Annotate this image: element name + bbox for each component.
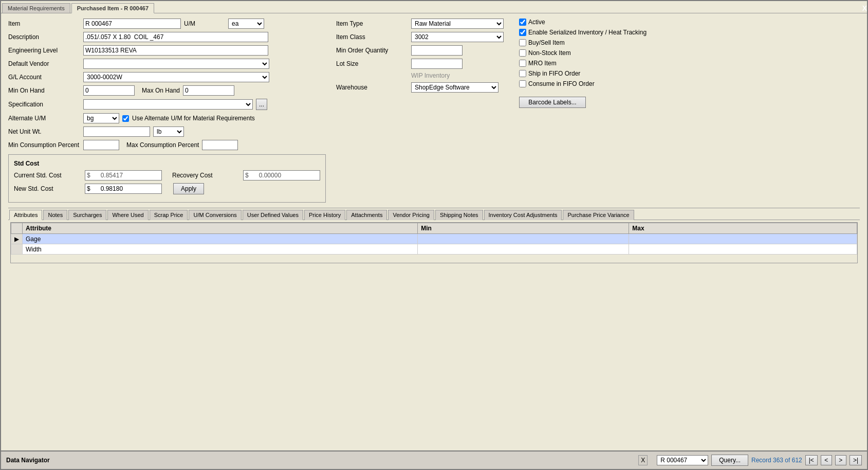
tab-material-requirements[interactable]: Material Requirements xyxy=(2,3,70,13)
tab-user-defined[interactable]: User Defined Values xyxy=(243,210,303,220)
use-alternate-checkbox[interactable] xyxy=(122,115,129,122)
ship-fifo-checkbox[interactable] xyxy=(519,70,526,77)
col-min: Min xyxy=(418,223,629,234)
max-cell-1[interactable] xyxy=(629,234,857,244)
tab-price-history[interactable]: Price History xyxy=(304,210,345,220)
use-alternate-label: Use Alternate U/M for Material Requireme… xyxy=(132,115,255,122)
item-class-select[interactable]: 3002 xyxy=(411,32,504,42)
tab-purchased-item[interactable]: Purchased Item - R 000467 xyxy=(71,3,154,13)
tab-surcharges[interactable]: Surcharges xyxy=(68,210,106,220)
min-on-hand-label: Min On Hand xyxy=(8,87,80,94)
min-consumption-input[interactable] xyxy=(83,140,119,150)
tab-bar: Material Requirements Purchased Item - R… xyxy=(1,1,867,13)
barcode-labels-button[interactable]: Barcode Labels... xyxy=(519,97,586,108)
new-std-cost-input[interactable] xyxy=(85,184,162,194)
item-class-row: Item Class 3002 xyxy=(336,32,504,42)
alternate-um-select[interactable]: bg xyxy=(83,113,119,123)
description-input[interactable] xyxy=(83,32,268,42)
tab-where-used[interactable]: Where Used xyxy=(107,210,148,220)
tab-notes[interactable]: Notes xyxy=(43,210,67,220)
um-select[interactable]: ea xyxy=(228,19,264,29)
default-vendor-select[interactable] xyxy=(83,59,269,69)
wip-label: WIP Inventory xyxy=(411,72,450,79)
warehouse-select[interactable]: ShopEdge Software xyxy=(411,82,498,93)
specification-label: Specification xyxy=(8,101,80,108)
consume-fifo-label: Consume in FIFO Order xyxy=(528,80,595,87)
window-close-button[interactable]: X xyxy=(862,3,867,13)
item-type-select[interactable]: Raw Material xyxy=(411,19,504,29)
active-checkbox[interactable] xyxy=(519,19,526,26)
tab-um-conversions[interactable]: U/M Conversions xyxy=(189,210,241,220)
main-content: Item U/M ea Description Engineering Leve… xyxy=(1,13,867,450)
nav-next-button[interactable]: > xyxy=(835,455,846,465)
min-order-row: Min Order Quantity xyxy=(336,45,504,56)
max-on-hand-input[interactable] xyxy=(183,85,234,96)
recovery-cost-input[interactable] xyxy=(243,170,320,180)
min-on-hand-input[interactable] xyxy=(83,85,135,96)
tab-attachments[interactable]: Attachments xyxy=(346,210,387,220)
nav-last-button[interactable]: >| xyxy=(849,455,862,465)
engineering-label: Engineering Level xyxy=(8,47,80,54)
min-order-label: Min Order Quantity xyxy=(336,47,408,54)
lot-size-input[interactable] xyxy=(411,59,463,69)
nav-prev-button[interactable]: < xyxy=(821,455,832,465)
item-input[interactable] xyxy=(83,19,181,29)
main-window: Material Requirements Purchased Item - R… xyxy=(0,0,868,470)
active-label: Active xyxy=(528,19,545,26)
min-order-input[interactable] xyxy=(411,45,463,56)
nav-record-select[interactable]: R 000467 xyxy=(657,455,708,465)
description-label: Description xyxy=(8,33,80,41)
tab-purchase-price[interactable]: Purchase Price Variance xyxy=(563,210,634,220)
consumption-row: Min Consumption Percent Max Consumption … xyxy=(8,140,326,150)
checkboxes-panel: Active Enable Serialized Inventory / Hea… xyxy=(514,19,658,203)
col-max: Max xyxy=(629,223,857,234)
query-button[interactable]: Query... xyxy=(711,455,748,466)
data-navigator-close-button[interactable]: X xyxy=(638,455,648,465)
data-navigator-title: Data Navigator xyxy=(6,457,634,464)
tab-attributes[interactable]: Attributes xyxy=(9,210,42,220)
item-row: Item U/M ea xyxy=(8,19,326,29)
middle-column: Item Type Raw Material Item Class 3002 M… xyxy=(336,19,504,203)
non-stock-row: Non-Stock Item xyxy=(519,49,658,57)
mro-row: MRO Item xyxy=(519,60,658,67)
non-stock-checkbox[interactable] xyxy=(519,49,526,57)
tab-shipping-notes[interactable]: Shipping Notes xyxy=(435,210,483,220)
um-label: U/M xyxy=(184,20,225,27)
engineering-input[interactable] xyxy=(83,45,268,56)
max-consumption-label: Max Consumption Percent xyxy=(126,141,199,149)
alternate-um-label: Alternate U/M xyxy=(8,115,80,122)
serialized-row: Enable Serialized Inventory / Heat Track… xyxy=(519,29,658,36)
min-cell-2[interactable] xyxy=(418,244,629,255)
buy-sell-checkbox[interactable] xyxy=(519,39,526,46)
tab-scrap-price[interactable]: Scrap Price xyxy=(150,210,188,220)
col-arrow xyxy=(11,223,23,234)
specification-select[interactable] xyxy=(83,99,253,110)
consume-fifo-checkbox[interactable] xyxy=(519,80,526,87)
consume-fifo-row: Consume in FIFO Order xyxy=(519,80,658,87)
apply-button[interactable]: Apply xyxy=(173,183,204,194)
max-consumption-input[interactable] xyxy=(202,140,238,150)
lot-size-label: Lot Size xyxy=(336,60,408,67)
table-row[interactable]: Width xyxy=(11,244,857,255)
tab-inventory-cost[interactable]: Inventory Cost Adjustments xyxy=(484,210,562,220)
net-unit-input[interactable] xyxy=(83,126,150,137)
specification-button[interactable]: ... xyxy=(256,99,267,110)
tab-vendor-pricing[interactable]: Vendor Pricing xyxy=(388,210,434,220)
warehouse-row: Warehouse ShopEdge Software xyxy=(336,82,504,93)
table-row[interactable]: ▶ Gage xyxy=(11,234,857,244)
min-cell-1[interactable] xyxy=(418,234,629,244)
row-arrow-2 xyxy=(11,244,23,255)
net-unit-row: Net Unit Wt. lb xyxy=(8,126,326,137)
gl-account-select[interactable]: 3000-0002W xyxy=(83,72,269,82)
attributes-table-wrapper: Attribute Min Max ▶ Gage xyxy=(10,222,858,263)
mro-checkbox[interactable] xyxy=(519,60,526,67)
nav-first-button[interactable]: |< xyxy=(805,455,818,465)
lot-size-row: Lot Size xyxy=(336,59,504,69)
net-unit-uom-select[interactable]: lb xyxy=(153,126,184,137)
attribute-cell-2: Width xyxy=(23,244,418,255)
max-cell-2[interactable] xyxy=(629,244,857,255)
ship-fifo-label: Ship in FIFO Order xyxy=(528,70,580,77)
active-row: Active xyxy=(519,19,658,26)
serialized-checkbox[interactable] xyxy=(519,29,526,36)
gl-account-row: G/L Account 3000-0002W xyxy=(8,72,326,82)
